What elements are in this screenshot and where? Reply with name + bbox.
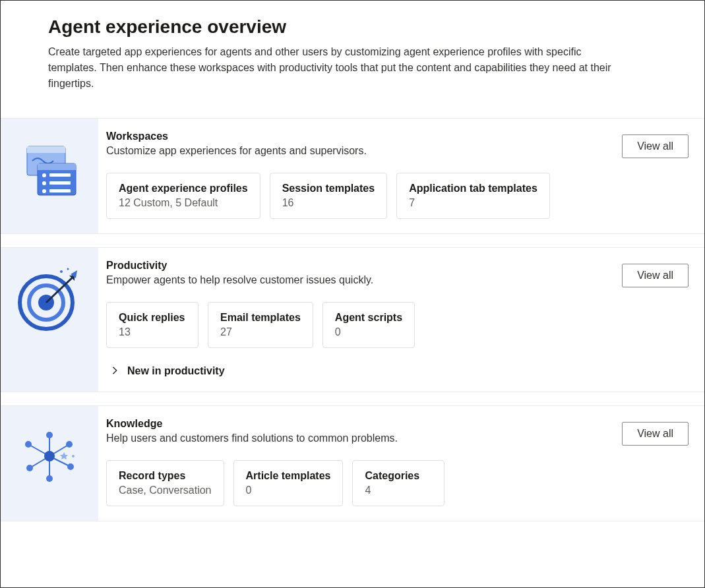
card-row: Record types Case, Conversation Article … (106, 460, 689, 506)
svg-point-28 (46, 475, 53, 482)
svg-point-31 (72, 455, 75, 457)
section-title: Knowledge (106, 418, 398, 430)
card-article-templates[interactable]: Article templates 0 (233, 460, 344, 506)
card-agent-experience-profiles[interactable]: Agent experience profiles 12 Custom, 5 D… (106, 173, 261, 219)
page-description: Create targeted app experiences for agen… (48, 44, 628, 92)
card-value: Case, Conversation (119, 485, 212, 496)
svg-point-30 (25, 441, 32, 448)
card-title: Quick replies (119, 312, 186, 324)
card-title: Agent scripts (335, 312, 402, 324)
svg-point-16 (60, 270, 63, 273)
card-value: 27 (220, 326, 301, 338)
svg-point-27 (67, 463, 74, 470)
expand-new-in-productivity[interactable]: New in productivity (110, 365, 689, 377)
card-value: 4 (365, 485, 432, 496)
target-icon (16, 266, 82, 392)
card-title: Categories (365, 470, 432, 482)
card-title: Email templates (220, 312, 301, 324)
card-title: Record types (119, 470, 212, 482)
card-title: Article templates (246, 470, 331, 482)
view-all-productivity-button[interactable]: View all (622, 264, 689, 287)
section-title: Workspaces (106, 131, 367, 142)
section-subtitle: Help users and customers find solutions … (106, 432, 398, 444)
card-row: Quick replies 13 Email templates 27 Agen… (106, 302, 689, 348)
page-header: Agent experience overview Create targete… (1, 1, 704, 105)
card-categories[interactable]: Categories 4 (352, 460, 444, 506)
card-value: 12 Custom, 5 Default (119, 197, 248, 209)
svg-point-4 (42, 173, 46, 177)
chevron-right-icon (110, 366, 121, 376)
svg-point-24 (44, 451, 55, 461)
card-value: 7 (409, 197, 537, 209)
card-title: Application tab templates (409, 183, 537, 194)
card-record-types[interactable]: Record types Case, Conversation (106, 460, 224, 506)
card-quick-replies[interactable]: Quick replies 13 (106, 302, 199, 348)
section-heading-block: Workspaces Customize app experiences for… (106, 131, 367, 157)
view-all-workspaces-button[interactable]: View all (622, 134, 689, 158)
section-subtitle: Empower agents to help resolve customer … (106, 274, 373, 286)
svg-rect-7 (49, 181, 71, 185)
svg-point-6 (42, 181, 46, 185)
svg-rect-1 (27, 146, 65, 153)
svg-point-8 (42, 189, 46, 193)
card-email-templates[interactable]: Email templates 27 (208, 302, 313, 348)
workspaces-icon (18, 137, 81, 233)
svg-point-25 (46, 432, 53, 438)
section-heading-block: Productivity Empower agents to help reso… (106, 260, 373, 286)
card-value: 0 (335, 326, 402, 338)
section-knowledge: Knowledge Help users and customers find … (1, 405, 704, 521)
section-icon-col (1, 119, 98, 233)
svg-point-29 (26, 465, 33, 471)
svg-rect-5 (49, 173, 71, 177)
page-title: Agent experience overview (48, 16, 657, 38)
section-icon-col (1, 248, 98, 392)
card-row: Agent experience profiles 12 Custom, 5 D… (106, 173, 689, 219)
expand-label: New in productivity (127, 365, 225, 377)
section-icon-col (1, 406, 98, 521)
svg-point-26 (66, 441, 73, 448)
section-heading-block: Knowledge Help users and customers find … (106, 418, 398, 444)
card-application-tab-templates[interactable]: Application tab templates 7 (396, 173, 550, 219)
card-title: Agent experience profiles (119, 183, 248, 194)
card-title: Session templates (282, 183, 375, 194)
section-productivity: Productivity Empower agents to help reso… (1, 247, 704, 392)
section-subtitle: Customize app experiences for agents and… (106, 145, 367, 157)
card-value: 0 (246, 485, 331, 496)
svg-rect-9 (49, 189, 71, 192)
svg-rect-3 (38, 163, 76, 170)
card-value: 16 (282, 197, 375, 209)
section-title: Productivity (106, 260, 373, 272)
svg-point-17 (67, 268, 69, 270)
knowledge-graph-icon (18, 425, 81, 521)
card-value: 13 (119, 326, 186, 338)
view-all-knowledge-button[interactable]: View all (622, 422, 689, 446)
card-session-templates[interactable]: Session templates 16 (270, 173, 388, 219)
section-workspaces: Workspaces Customize app experiences for… (1, 118, 704, 234)
card-agent-scripts[interactable]: Agent scripts 0 (322, 302, 415, 348)
